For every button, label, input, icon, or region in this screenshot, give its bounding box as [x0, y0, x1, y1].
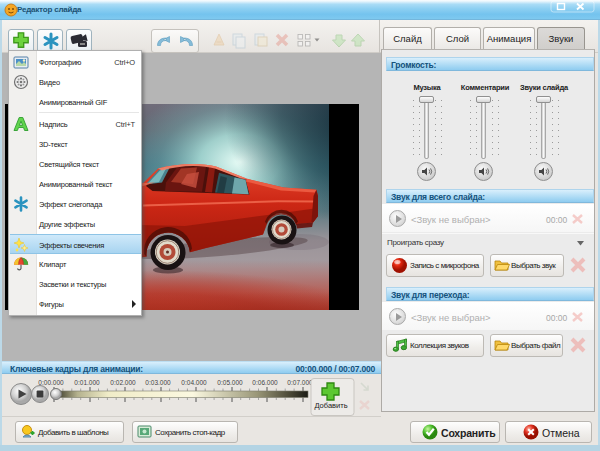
- svg-text:Добавить: Добавить: [314, 401, 347, 410]
- svg-text:0:01.000: 0:01.000: [74, 379, 100, 386]
- svg-text:0:06.000: 0:06.000: [252, 379, 278, 386]
- svg-text:0:04.000: 0:04.000: [181, 379, 207, 386]
- svg-text:0:00.000: 0:00.000: [38, 379, 64, 386]
- svg-text:0:05.000: 0:05.000: [217, 379, 243, 386]
- svg-text:0:03.000: 0:03.000: [145, 379, 171, 386]
- svg-text:0:02.000: 0:02.000: [110, 379, 136, 386]
- svg-text:0:07.000: 0:07.000: [287, 379, 313, 386]
